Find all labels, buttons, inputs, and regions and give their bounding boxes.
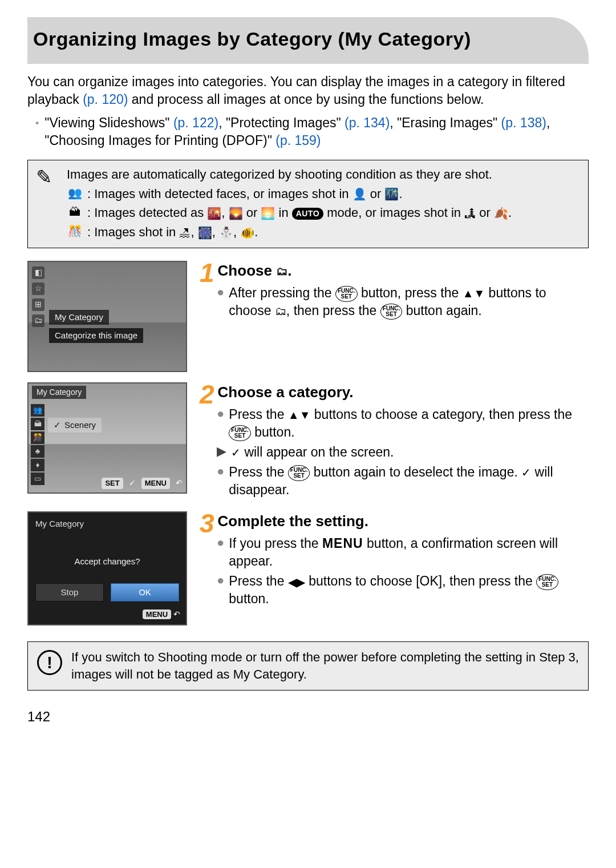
bullet-icon: • — [35, 116, 39, 150]
bullet-icon: ● — [217, 574, 224, 608]
screen-title: My Category — [35, 518, 84, 530]
func-set-icon: FUNC.SET — [536, 574, 558, 590]
menu-badge: MENU — [143, 609, 171, 619]
faces-category-icon: 👥 — [67, 185, 83, 203]
t: button again. — [402, 303, 481, 318]
func-set-icon: FUNC.SET — [288, 465, 310, 481]
up-down-icon: ▲▼ — [463, 286, 485, 301]
t: button, press the — [358, 285, 463, 300]
func-set-icon: FUNC.SET — [335, 286, 358, 302]
t: will appear on the screen. — [241, 445, 394, 459]
t: or — [476, 205, 494, 220]
t: button. — [251, 425, 295, 439]
cat-icon: ▭ — [31, 473, 44, 485]
scene-icon: 🌇 — [207, 206, 221, 221]
ok-button[interactable]: OK — [111, 583, 179, 601]
t: buttons to choose [OK], then press the — [305, 574, 536, 588]
cat-icon: 👥 — [31, 404, 44, 417]
side-icon: 🗂 — [32, 314, 44, 327]
t: button again to deselect the image. — [310, 465, 521, 479]
page-ref: (p. 138) — [501, 115, 546, 130]
check-icon: ✓ — [521, 465, 531, 481]
note-text: : Images detected as 🌇, 🌄 or 🌅 in AUTO m… — [87, 204, 512, 221]
screen-label: My Category — [49, 310, 109, 325]
step-number: 2 — [200, 383, 214, 406]
intro-part2: and process all images at once by using … — [128, 92, 484, 107]
check-icon: ✓ — [129, 478, 136, 489]
step-number: 3 — [200, 512, 214, 535]
step-text: Press the FUNC.SET button again to desel… — [229, 463, 589, 499]
selected-category: ✓ Scenery — [48, 418, 102, 433]
t: . — [399, 187, 402, 201]
camera-screen-3: My Category Accept changes? Stop OK MENU… — [27, 511, 187, 625]
t: : Images with detected faces, or images … — [87, 187, 352, 201]
t: , — [191, 225, 197, 239]
check-icon: ✓ — [231, 445, 241, 461]
func-set-icon: FUNC.SET — [380, 304, 403, 320]
note-body: Images are automatically categorized by … — [67, 166, 580, 241]
ref-item: , "Protecting Images" — [218, 115, 345, 130]
t: After pressing the — [229, 285, 335, 300]
references-list: • "Viewing Slideshows" (p. 122), "Protec… — [27, 114, 589, 150]
cat-icon: 🎊 — [31, 431, 44, 444]
check-icon: ✓ — [54, 419, 61, 431]
ref-item: "Viewing Slideshows" — [44, 115, 173, 130]
page-ref: (p. 120) — [83, 92, 128, 107]
night-portrait-icon: 🌃 — [384, 187, 399, 202]
camera-screen-1: ◧ ☆ ⊞ 🗂 My Category Categorize this imag… — [27, 261, 187, 372]
t: . — [508, 205, 512, 220]
step-1: ◧ ☆ ⊞ 🗂 My Category Categorize this imag… — [27, 261, 589, 372]
t: or — [243, 205, 261, 220]
stop-button[interactable]: Stop — [35, 583, 104, 601]
step-text: ✓ will appear on the screen. — [231, 443, 394, 461]
ref-item: , "Erasing Images" — [390, 115, 501, 130]
intro-text: You can organize images into categories.… — [27, 73, 589, 108]
back-icon: ↶ — [173, 609, 180, 619]
menu-badge: MENU — [141, 478, 170, 489]
page-ref: (p. 122) — [173, 115, 218, 130]
side-icon: ◧ — [32, 267, 44, 279]
steps-area: ◧ ☆ ⊞ 🗂 My Category Categorize this imag… — [27, 261, 589, 625]
t: If you press the — [229, 536, 322, 551]
t: , — [212, 225, 219, 239]
t: in — [275, 205, 291, 220]
landscape-icon: 🏞 — [464, 206, 476, 221]
side-icon: ⊞ — [32, 298, 44, 311]
category-label: Scenery — [64, 419, 96, 431]
step-number: 1 — [200, 262, 214, 284]
bullet-icon: ● — [217, 536, 224, 570]
t: , — [233, 225, 240, 239]
page-ref: (p. 159) — [275, 133, 321, 148]
note-line-events: 🎊 : Images shot in 🏖, 🎆, ⛄, 🐠. — [67, 224, 580, 241]
step-text: After pressing the FUNC.SET button, pres… — [229, 284, 589, 320]
bullet-icon: ● — [217, 407, 224, 441]
t: mode, or images shot in — [323, 205, 464, 220]
page-number: 142 — [27, 708, 589, 726]
section-header: Organizing Images by Category (My Catego… — [27, 17, 589, 64]
step-title: Choose a category. — [218, 383, 354, 401]
step-3: My Category Accept changes? Stop OK MENU… — [27, 511, 589, 625]
t: Press the — [229, 465, 288, 479]
step-text: If you press the MENU button, a confirma… — [229, 535, 589, 570]
references-text: "Viewing Slideshows" (p. 122), "Protecti… — [44, 114, 589, 150]
camera-screen-2: My Category 👥 🏔 🎊 ♣ ♦ ▭ ✓ Scenery SET✓ M… — [27, 382, 187, 494]
func-set-icon: FUNC.SET — [229, 425, 251, 441]
mode-icon: ⛄ — [219, 225, 233, 241]
scene-icon: 🌄 — [229, 206, 243, 221]
back-icon: ↶ — [176, 478, 183, 489]
my-category-icon: 🗂 — [275, 304, 286, 319]
menu-text: MENU — [322, 536, 363, 551]
cat-icon: ♣ — [31, 445, 44, 458]
t: Choose — [218, 262, 277, 279]
side-icon: ☆ — [32, 282, 44, 295]
warning-box: ! If you switch to Shooting mode or turn… — [27, 641, 589, 690]
mode-icon: 🎆 — [198, 225, 212, 241]
page-ref: (p. 134) — [345, 115, 390, 130]
portrait-icon: 👤 — [352, 187, 367, 202]
t: . — [254, 225, 258, 239]
triangle-icon: ▶ — [217, 445, 226, 461]
t: : Images shot in — [87, 225, 179, 239]
note-line-scenery: 🏔 : Images detected as 🌇, 🌄 or 🌅 in AUTO… — [67, 204, 580, 221]
page-title: Organizing Images by Category (My Catego… — [33, 26, 572, 53]
t: : Images detected as — [87, 205, 207, 220]
